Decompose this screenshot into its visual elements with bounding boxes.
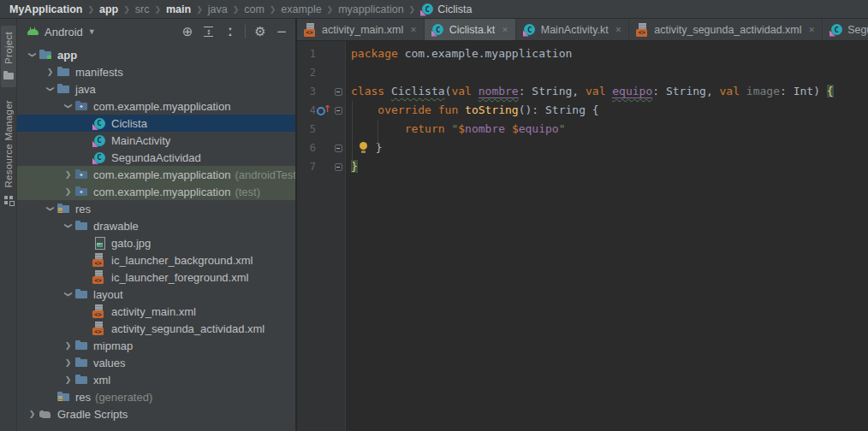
fold-marker-icon[interactable] xyxy=(335,88,342,96)
editor-tab[interactable]: MainActivity.kt✕ xyxy=(516,19,630,40)
editor-tab[interactable]: SegundaActividad.kt xyxy=(823,19,868,40)
breadcrumb-separator: ❯ xyxy=(324,5,337,14)
tree-row[interactable]: ❯drawable xyxy=(17,217,295,234)
indent-guide xyxy=(352,101,353,167)
tool-window-button-label: Resource Manager xyxy=(3,100,14,188)
fold-slot xyxy=(332,107,344,115)
close-tab-icon[interactable]: ✕ xyxy=(502,26,508,34)
tree-item-suffix: (androidTest) xyxy=(235,168,295,181)
tree-row[interactable]: ❯layout xyxy=(17,286,295,303)
gutter-line: 7 xyxy=(297,157,345,176)
tree-row[interactable]: ❯manifests xyxy=(17,63,295,80)
code-token: : String, xyxy=(519,85,586,97)
tree-row[interactable]: gato.jpg xyxy=(17,234,295,251)
tree-row[interactable]: ic_launcher_foreground.xml xyxy=(17,269,295,286)
tree-item-label: Gradle Scripts xyxy=(57,408,128,421)
code-line: } xyxy=(351,139,868,157)
chevron-expanded-icon[interactable]: ❯ xyxy=(46,203,55,216)
code-token: class xyxy=(351,85,391,97)
tree-row[interactable]: activity_main.xml xyxy=(17,303,295,320)
fold-marker-icon[interactable] xyxy=(335,145,342,152)
tool-window-button-resource-manager[interactable]: Resource Manager xyxy=(1,94,16,211)
close-tab-icon[interactable]: ✕ xyxy=(410,26,417,34)
project-panel: Android ▼ ⊕⚙− ❯app❯manifests❯java❯com.ex… xyxy=(17,19,297,431)
chevron-expanded-icon[interactable]: ❯ xyxy=(64,288,73,301)
select-opened-file-icon[interactable]: ⊕ xyxy=(181,25,194,38)
gutter-line: 4 xyxy=(297,101,345,120)
tree-item-label: layout xyxy=(93,288,123,301)
code-editor[interactable]: package com.example.myapplicationclass C… xyxy=(346,41,868,431)
chevron-expanded-icon[interactable]: ❯ xyxy=(28,49,37,62)
code-token: : String, xyxy=(652,85,719,97)
tree-row[interactable]: MainActivity xyxy=(17,132,295,149)
chevron-collapsed-icon[interactable]: ❯ xyxy=(62,375,74,384)
chevron-expanded-icon[interactable]: ❯ xyxy=(64,100,73,113)
editor-tab[interactable]: activity_main.xml✕ xyxy=(297,19,425,40)
breadcrumb-item-label: java xyxy=(208,3,228,15)
chevron-collapsed-icon[interactable]: ❯ xyxy=(62,341,74,350)
close-tab-icon[interactable]: ✕ xyxy=(809,26,816,34)
breadcrumb-item[interactable]: app xyxy=(98,3,120,15)
hide-panel-icon[interactable]: − xyxy=(275,25,288,38)
expand-all-icon[interactable] xyxy=(202,25,216,38)
breadcrumb-item[interactable]: com xyxy=(242,3,266,15)
tree-row[interactable]: ❯java xyxy=(17,80,295,97)
breadcrumb-item[interactable]: java xyxy=(206,3,229,15)
android-icon xyxy=(26,25,39,38)
breadcrumb-item[interactable]: MyApplication xyxy=(8,3,84,15)
chevron-collapsed-icon[interactable]: ❯ xyxy=(62,187,74,196)
breadcrumb-item-label: main xyxy=(166,3,191,15)
folder-icon xyxy=(56,82,70,96)
code-line: } xyxy=(351,157,868,176)
breadcrumb-item[interactable]: myapplication xyxy=(336,3,405,15)
toolbar-separator xyxy=(245,25,246,38)
gutter-line: 3 xyxy=(297,82,345,101)
tree-row[interactable]: ❯com.example.myapplication xyxy=(17,97,295,115)
tree-row[interactable]: ❯Gradle Scripts xyxy=(17,405,295,422)
tree-row[interactable]: ❯res xyxy=(17,200,295,217)
collapse-all-icon[interactable] xyxy=(223,25,237,38)
chevron-collapsed-icon[interactable]: ❯ xyxy=(44,68,56,76)
tree-row[interactable]: ❯com.example.myapplication(androidTest) xyxy=(17,166,295,183)
tool-window-button-project[interactable]: Project xyxy=(1,26,16,87)
tree-row[interactable]: res(generated) xyxy=(17,388,295,405)
tree-row[interactable]: Ciclista xyxy=(17,115,295,132)
chevron-collapsed-icon[interactable]: ❯ xyxy=(62,358,74,367)
close-tab-icon[interactable]: ✕ xyxy=(615,26,622,34)
editor-tab-label: MainActivity.kt xyxy=(541,24,609,36)
tree-row[interactable]: ❯values xyxy=(17,354,295,371)
chevron-expanded-icon[interactable]: ❯ xyxy=(64,220,73,233)
fold-marker-icon[interactable] xyxy=(335,107,342,115)
breadcrumb-item[interactable]: example xyxy=(279,3,323,15)
project-view-selector[interactable]: Android ▼ xyxy=(26,25,96,38)
code-line: class Ciclista(val nombre: String, val e… xyxy=(351,82,868,101)
editor-body: 1234567 package com.example.myapplicatio… xyxy=(297,41,868,431)
tree-row[interactable]: ❯xml xyxy=(17,371,295,388)
intention-bulb-icon[interactable] xyxy=(358,141,369,154)
code-token: $ xyxy=(458,122,465,135)
tree-row[interactable]: ❯com.example.myapplication(test) xyxy=(17,183,295,200)
gear-icon[interactable]: ⚙ xyxy=(253,25,267,38)
editor-tab[interactable]: Ciclista.kt✕ xyxy=(425,19,516,40)
tree-row[interactable]: activity_segunda_actividad.xml xyxy=(17,320,295,337)
breadcrumb-item[interactable]: main xyxy=(164,3,193,15)
chevron-collapsed-icon[interactable]: ❯ xyxy=(62,170,74,179)
package-icon xyxy=(74,168,88,181)
editor-tab[interactable]: activity_segunda_actividad.xml✕ xyxy=(629,19,823,40)
tree-row[interactable]: SegundaActividad xyxy=(17,149,295,166)
breadcrumb-item-label: myapplication xyxy=(338,3,403,15)
tree-row[interactable]: ❯mipmap xyxy=(17,337,295,354)
fold-marker-icon[interactable] xyxy=(335,163,342,171)
breadcrumb-item[interactable]: Ciclista xyxy=(419,3,473,16)
breadcrumb-separator: ❯ xyxy=(120,5,134,14)
tree-row[interactable]: ic_launcher_background.xml xyxy=(17,251,295,269)
override-method-icon[interactable] xyxy=(317,105,331,116)
breadcrumb-item[interactable]: src xyxy=(134,3,152,15)
line-number: 7 xyxy=(297,161,316,173)
tree-row[interactable]: ❯app xyxy=(17,46,295,63)
tree-item-label: com.example.myapplication xyxy=(93,100,230,113)
chevron-collapsed-icon[interactable]: ❯ xyxy=(26,410,39,418)
editor-tab-label: activity_main.xml xyxy=(322,24,403,36)
project-view-selector-label: Android xyxy=(45,26,83,38)
chevron-expanded-icon[interactable]: ❯ xyxy=(46,83,55,96)
